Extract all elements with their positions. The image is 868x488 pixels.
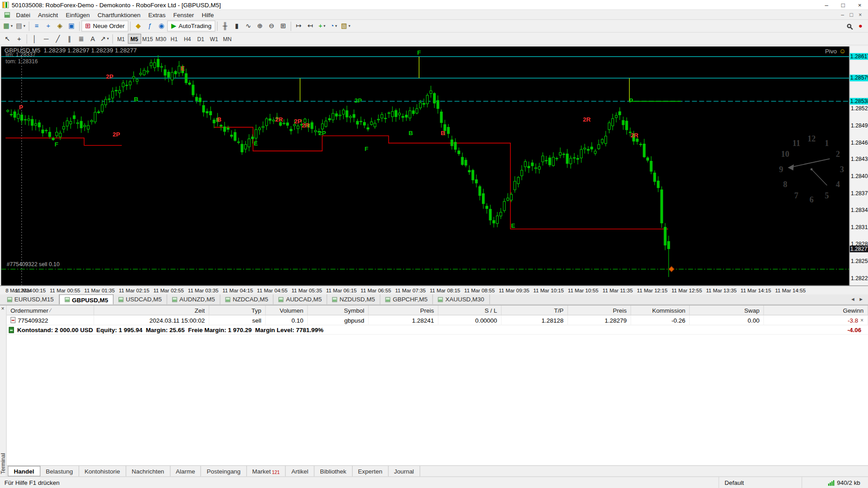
zoom-in-button[interactable]: ⊕ [254,20,266,31]
channel-tool-button[interactable]: ∥ [64,33,75,44]
crosshair-button[interactable]: + [13,33,25,44]
menu-einf-gen[interactable]: Einfügen [62,11,94,18]
templates-button[interactable]: ▧▾ [340,20,352,31]
zoom-out-button[interactable]: ⊖ [266,20,278,31]
scripts-button[interactable]: ƒ [144,20,156,31]
column-header-t-p[interactable]: T/P [501,305,568,315]
column-header-preis[interactable]: Preis [568,305,631,315]
chart-tab-xauusd-m30[interactable]: XAUUSD,M30 [433,294,490,304]
timeframe-m5-button[interactable]: M5 [127,34,141,44]
menu-hilfe[interactable]: Hilfe [198,11,218,18]
candlestick-mode-button[interactable]: ▮ [231,20,243,31]
terminal-tab-artikel[interactable]: Artikel [286,466,314,476]
timeframe-w1-button[interactable]: W1 [208,34,221,44]
community-button[interactable]: ● [855,20,867,31]
child-minimize-icon[interactable]: – [838,12,847,18]
chart-plot[interactable]: PF2P2PBEBE2R2P2R2P2PFBFBE2RP2Rlim: 1.283… [1,47,849,286]
column-header-gewinn[interactable]: Gewinn [764,305,868,315]
timeframe-h1-button[interactable]: H1 [168,34,181,44]
terminal-tab-handel[interactable]: Handel [8,466,40,476]
line-chart-mode-button[interactable]: ∿ [242,20,254,31]
close-button[interactable]: × [851,0,868,9]
column-header-ordernummer[interactable]: Ordernummer∕ [7,305,94,315]
timeframe-m15-button[interactable]: M15 [141,34,154,44]
column-header-volumen[interactable]: Volumen [266,305,308,315]
chart-canvas[interactable]: PF2P2PBEBE2R2P2R2P2PFBFBE2RP2Rlim: 1.283… [1,47,849,286]
column-header-symbol[interactable]: Symbol [308,305,369,315]
column-header-kommission[interactable]: Kommission [631,305,690,315]
market-watch-button[interactable]: ≡ [31,20,42,31]
minimize-button[interactable]: – [818,0,835,9]
chart-tab-gbpchf-m5[interactable]: GBPCHF,M5 [381,294,433,304]
column-header-typ[interactable]: Typ [209,305,266,315]
candle-body [31,119,33,125]
maximize-button[interactable]: □ [835,0,852,9]
column-header-preis[interactable]: Preis [369,305,439,315]
menu-extras[interactable]: Extras [144,11,169,18]
arrows-tool-button[interactable]: ↗▾ [99,33,110,44]
tile-windows-button[interactable]: ⊞ [278,20,289,31]
timeframe-mn-button[interactable]: MN [221,34,234,44]
time-axis[interactable]: 8 Mar 202411 Mar 00:1511 Mar 00:5511 Mar… [0,286,868,295]
timeframe-h4-button[interactable]: H4 [181,34,194,44]
candle-body [223,127,226,131]
fibonacci-tool-button[interactable]: ≣ [75,33,87,44]
terminal-tab-alarme[interactable]: Alarme [170,466,201,476]
menu-fenster[interactable]: Fenster [170,11,198,18]
column-header-s-l[interactable]: S / L [439,305,502,315]
terminal-tab-experten[interactable]: Experten [353,466,389,476]
web-terminal-button[interactable]: ◉ [156,20,167,31]
timeframe-d1-button[interactable]: D1 [194,34,207,44]
terminal-tab-market[interactable]: Market121 [247,466,286,476]
periods-button[interactable]: ◔▾ [328,20,340,31]
menu-ansicht[interactable]: Ansicht [34,11,62,18]
menu-chartfunktionen[interactable]: Chartfunktionen [94,11,144,18]
terminal-toggle-button[interactable]: ▣ [66,20,77,31]
child-close-icon[interactable]: × [856,12,865,18]
candle-body [321,124,324,129]
menu-datei[interactable]: Datei [12,11,34,18]
status-profile[interactable]: Default [718,477,802,488]
autotrading-button[interactable]: ▶AutoTrading [167,20,215,31]
chart-tab-audnzd-m5[interactable]: AUDNZD,M5 [167,294,221,304]
trendline-tool-button[interactable]: ╱ [52,33,64,44]
expert-advisors-button[interactable]: ◆ [132,20,144,31]
ohlc-bars-button[interactable]: ╫ [219,20,231,31]
navigator-button[interactable]: ◈ [54,20,66,31]
chart-tab-eurusd-m15[interactable]: EURUSD,M15 [2,294,59,304]
indicators-button[interactable]: +▾ [316,20,328,31]
column-header-swap[interactable]: Swap [690,305,764,315]
terminal-tab-bibliothek[interactable]: Bibliothek [314,466,352,476]
horizontal-line-tool-button[interactable]: ─ [40,33,52,44]
neue-order-button[interactable]: ⊞Neue Order [81,20,129,31]
order-row[interactable]: 7754093222024.03.11 15:00:02sell0.10gbpu… [7,315,868,325]
chart-shift-button[interactable]: ↤ [305,20,316,31]
terminal-tab-nachrichten[interactable]: Nachrichten [126,466,170,476]
search-button[interactable] [843,20,855,31]
terminal-tab-kontohistorie[interactable]: Kontohistorie [79,466,126,476]
chart-tab-usdcad-m5[interactable]: USDCAD,M5 [113,294,167,304]
terminal-tab-journal[interactable]: Journal [388,466,420,476]
price-axis[interactable]: 1.286171.285791.285381.285251.284951.284… [849,47,868,286]
timeframe-m30-button[interactable]: M30 [154,34,167,44]
chart-tab-nzdcad-m5[interactable]: NZDCAD,M5 [221,294,274,304]
terminal-tab-belastung[interactable]: Belastung [40,466,79,476]
vertical-line-tool-button[interactable]: │ [29,33,41,44]
close-position-icon[interactable]: × [860,317,863,323]
timeframe-m1-button[interactable]: M1 [114,34,127,44]
chart-tab-nzdusd-m5[interactable]: NZDUSD,M5 [327,294,381,304]
column-header-zeit[interactable]: Zeit [94,305,209,315]
cursor-button[interactable]: ↖ [2,33,14,44]
data-window-button[interactable]: + [42,20,54,31]
profiles-button[interactable]: ▤▾ [14,20,27,31]
text-tool-button[interactable]: A [87,33,99,44]
chart-tab-gbpusd-m5[interactable]: GBPUSD,M5 [59,294,113,304]
chart-tab-audcad-m5[interactable]: AUDCAD,M5 [274,294,327,304]
terminal-tab-posteingang[interactable]: Posteingang [201,466,247,476]
tabs-scroll-right-icon[interactable]: ► [859,296,863,302]
auto-scroll-button[interactable]: ↦ [293,20,305,31]
child-restore-icon[interactable]: □ [847,12,856,18]
tabs-scroll-left-icon[interactable]: ◄ [850,296,855,302]
terminal-close-button[interactable]: × [1,306,4,311]
new-chart-button[interactable]: ▦▾ [2,20,14,31]
